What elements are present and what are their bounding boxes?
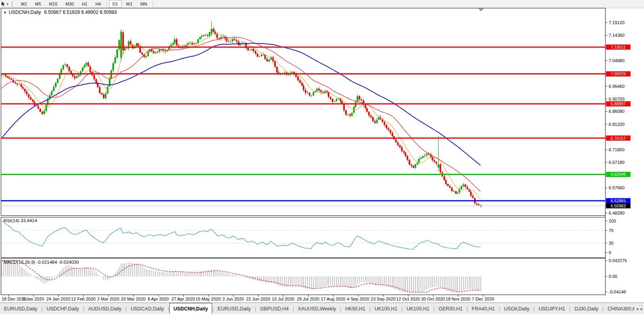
chart-tab-hk50-h1[interactable]: HK50,H1	[341, 303, 370, 314]
price-tag-6.50983	[606, 203, 631, 208]
timeframe-button-h1[interactable]: H1	[78, 0, 91, 8]
price-axis-label: 6.86080	[609, 109, 625, 114]
price-axis-label: 6.48280	[609, 211, 625, 215]
date-axis-label: 18 Nov 2020	[446, 297, 470, 301]
chart-title: ▼USDCNH,Daily6.50867 6.51928 6.49902 6.5…	[3, 10, 117, 15]
price-axis-label: 6.67180	[609, 160, 625, 165]
tab-scroll-left-icon[interactable]: ◂	[636, 307, 638, 311]
date-axis-label: 8 Apr 2020	[148, 297, 169, 301]
date-axis-label: 15 May 2020	[196, 297, 221, 301]
main-chart-panel	[1, 8, 606, 216]
date-axis-label: 2 Mar 2020	[97, 297, 119, 301]
rsi-indicator-label: RSI(14) 33.4414	[4, 218, 37, 223]
chart-tab-usdchf-daily[interactable]: USDCHF,Daily	[42, 303, 83, 314]
timeframe-button-m5[interactable]: M5	[31, 0, 44, 8]
cursor-icon	[0, 1, 6, 7]
price-axis-label: 6.57660	[609, 185, 625, 190]
date-axis-label: 27 Apr 2020	[171, 297, 195, 301]
macd-indicator-label: MACD(12,26,9) -0.021484 -0.024030	[4, 260, 79, 265]
date-axis-label: 30 Oct 2020	[421, 297, 445, 301]
chart-tab-ger30-h1[interactable]: GER30,H1	[435, 303, 466, 314]
chart-tab-usdcad-daily[interactable]: USDCAD,Daily	[126, 303, 168, 314]
date-axis-label: 4 Sep 2020	[347, 297, 369, 301]
date-axis-label: 7 Dec 2020	[472, 297, 494, 301]
chart-tab-xauusd-weekly[interactable]: XAUUSD,Weekly	[294, 303, 340, 314]
macd-axis-label: 0.042275	[609, 258, 627, 263]
toolbar-grip-handle[interactable]	[12, 2, 14, 7]
price-tag-6.52865	[606, 198, 631, 203]
timeframe-button-w1[interactable]: W1	[123, 0, 136, 8]
price-tag-label: 6.88897	[611, 101, 626, 106]
rsi-axis-label: 30	[609, 241, 613, 245]
timeframe-buttons: M1M5M15M30H1H4D1W1MN	[17, 0, 155, 8]
macd-panel	[1, 259, 606, 295]
chart-tab-fra40-h1[interactable]: FRA40,H1	[468, 303, 499, 314]
price-axis-label: 6.95460	[609, 84, 625, 89]
chart-tab-usdjpy-h1[interactable]: USDJPY,H1	[535, 303, 569, 314]
chart-tab-eurusd-daily[interactable]: EURUSD,Daily	[214, 303, 255, 314]
date-axis: 18 Dec 20196 Jan 202024 Jan 202012 Feb 2…	[0, 296, 644, 303]
chart-dropdown-icon[interactable]: ▼	[3, 11, 7, 15]
date-axis-label: 6 Jan 2020	[23, 297, 44, 301]
date-axis-label: 12 Oct 2020	[396, 297, 420, 301]
price-axis-label: 6.81320	[609, 122, 625, 127]
chart-tab-uk100-h1[interactable]: UK100,H1	[402, 303, 433, 314]
date-axis-label: 12 Feb 2020	[71, 297, 96, 301]
price-axis-label: 7.14360	[609, 33, 625, 38]
price-tag-7.00029	[606, 71, 631, 76]
macd-axis-label: 0.00	[609, 274, 617, 279]
price-tag-label: 6.76157	[611, 136, 626, 141]
price-tag-6.76157	[606, 135, 631, 141]
price-axis-label: 7.19120	[609, 20, 625, 25]
toolbar-separator	[107, 1, 107, 7]
date-axis-label: 3 Jun 2020	[222, 297, 244, 301]
date-axis-label: 20 Mar 2020	[121, 297, 146, 301]
rsi-panel	[1, 217, 606, 258]
timeframe-button-m1[interactable]: M1	[17, 0, 31, 8]
chart-tab-bar: EURUSD,Daily|USDCHF,Daily|AUDUSD,Daily|U…	[0, 303, 644, 314]
macd-axis-label: -0.04148	[609, 289, 626, 294]
rsi-axis-label: 100	[609, 219, 616, 223]
chart-symbol-timeframe: USDCNH,Daily	[9, 10, 41, 15]
macd-indicator-name: MACD(12,26,9)	[4, 260, 35, 265]
chart-tab-audusd-daily[interactable]: AUDUSD,Daily	[84, 303, 125, 314]
rsi-axis-label: 0	[609, 250, 611, 255]
timeframe-button-mn[interactable]: MN	[137, 0, 151, 8]
date-axis-label: 10 Jul 2020	[272, 297, 295, 301]
timeframe-toolbar: ▾ M1M5M15M30H1H4D1W1MN	[0, 0, 644, 8]
price-tag-label: 6.52865	[611, 198, 626, 203]
price-axis-label: 7.04980	[609, 58, 625, 63]
moving-average-ma-fast	[2, 34, 481, 199]
chart-tab-usdcnh-daily[interactable]: USDCNH,Daily	[169, 303, 213, 314]
macd-histogram	[2, 261, 481, 292]
date-axis-label: 22 Jun 2020	[246, 297, 270, 301]
price-tag-6.62646	[606, 172, 631, 177]
moving-average-ma-mid	[2, 37, 481, 192]
price-tag-label: 6.50983	[611, 204, 626, 208]
chevron-down-icon[interactable]: ▾	[7, 2, 8, 6]
date-axis-label: 17 Aug 2020	[321, 297, 345, 301]
price-axis-label: 6.71800	[609, 147, 625, 152]
trading-terminal: ▾ M1M5M15M30H1H4D1W1MN 7.100117.000296.8…	[0, 0, 644, 314]
macd-indicator-values: -0.021484 -0.024030	[36, 260, 79, 265]
chart-tab-eurusd-daily[interactable]: EURUSD,Daily	[0, 303, 41, 314]
price-tag-label: 6.62646	[611, 172, 626, 177]
chart-tab-usoil-daily[interactable]: USOil,Daily	[500, 303, 533, 314]
timeframe-button-h4[interactable]: H4	[92, 0, 104, 8]
macd-signal-line	[2, 261, 481, 292]
cursor-tool-button[interactable]: ▾	[0, 0, 10, 8]
price-axis-label: 6.90700	[609, 97, 625, 101]
chart-tab-gbpusd-h4[interactable]: GBPUSD,H4	[256, 303, 293, 314]
price-tag-label: 7.00029	[611, 71, 626, 76]
timeframe-button-d1[interactable]: D1	[109, 0, 122, 8]
chart-tab-dj30-daily[interactable]: DJ30,Daily	[570, 303, 602, 314]
tab-scroll-right-icon[interactable]: ▸	[640, 307, 642, 311]
chart-tab-uk100-h1[interactable]: UK100,H1	[370, 303, 401, 314]
rsi-axis-label: 70	[609, 228, 613, 233]
chart-shift-marker[interactable]	[478, 9, 484, 12]
rsi-indicator-value: 33.4414	[21, 218, 37, 223]
timeframe-button-m30[interactable]: M30	[62, 0, 77, 8]
chart-ohlc-values: 6.50867 6.51928 6.49902 6.50983	[44, 10, 117, 15]
timeframe-button-m15[interactable]: M15	[46, 0, 61, 8]
date-axis-label: 29 Jul 2020	[297, 297, 320, 301]
